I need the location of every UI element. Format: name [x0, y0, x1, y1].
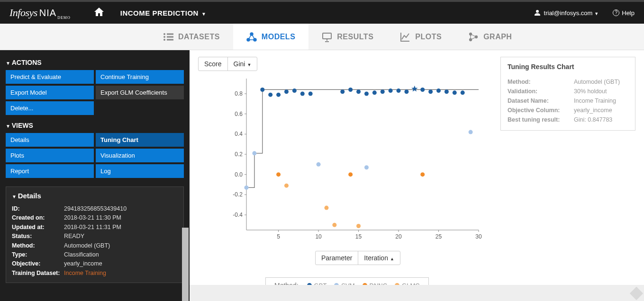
svg-point-70 [461, 90, 465, 95]
info-value: Gini: 0.847783 [574, 115, 612, 124]
view-plots-button[interactable]: Plots [6, 149, 94, 162]
svg-point-67 [436, 89, 441, 93]
iteration-dropdown[interactable]: Iteration▲ [358, 251, 400, 265]
tab-label: DATASETS [178, 33, 220, 41]
network-icon [246, 32, 257, 42]
details-row: Status:READY [12, 232, 178, 241]
svg-rect-12 [323, 33, 331, 39]
svg-text:20: 20 [395, 233, 402, 240]
view-log-button[interactable]: Log [96, 164, 184, 178]
svg-point-0 [163, 33, 165, 35]
caret-down-icon: ▼ [201, 11, 206, 17]
sidebar-scrollbar[interactable] [182, 228, 189, 301]
actions-grid: Predict & Evaluate Continue Training Exp… [6, 70, 184, 115]
actions-header[interactable]: ACTIONS [6, 59, 184, 66]
views-header[interactable]: VIEWS [6, 122, 184, 129]
svg-point-73 [317, 162, 321, 167]
home-icon[interactable] [94, 8, 104, 18]
svg-point-10 [247, 38, 250, 41]
svg-point-80 [324, 206, 328, 210]
svg-rect-1 [167, 33, 173, 35]
export-model-button[interactable]: Export Model [6, 86, 94, 99]
tab-graph[interactable]: GRAPH [455, 24, 525, 50]
svg-point-74 [364, 165, 369, 169]
info-row: Validation:30% holdout [508, 87, 628, 96]
svg-text:0.8: 0.8 [235, 90, 243, 97]
svg-point-62 [389, 89, 393, 93]
details-key: Created on: [12, 213, 64, 222]
view-report-button[interactable]: Report [6, 164, 94, 178]
help-icon: ? [613, 9, 619, 16]
info-value: Income Training [574, 96, 616, 106]
svg-text:30: 30 [475, 233, 482, 240]
svg-point-66 [428, 89, 433, 94]
brand-demo: DEMO [57, 16, 71, 20]
svg-text:-0.4: -0.4 [233, 212, 243, 218]
svg-text:5: 5 [277, 233, 280, 240]
view-visualization-button[interactable]: Visualization [96, 149, 184, 162]
details-key: Objective: [12, 259, 64, 268]
info-row: Dataset Name:Income Training [508, 96, 628, 106]
svg-point-51 [276, 93, 281, 97]
info-key: Method: [508, 77, 574, 87]
details-row: Updated at:2018-03-21 11:31 PM [12, 223, 178, 232]
project-name: INCOME PREDICTION [120, 9, 199, 17]
details-header[interactable]: Details [12, 192, 178, 200]
details-row: Type:Classification [12, 250, 178, 259]
svg-point-69 [453, 90, 457, 95]
predict-evaluate-button[interactable]: Predict & Evaluate [6, 70, 94, 84]
gini-dropdown[interactable]: Gini▼ [227, 57, 257, 71]
svg-point-68 [444, 89, 449, 94]
chart-line-icon [400, 32, 410, 42]
svg-point-75 [469, 130, 473, 134]
gini-label: Gini [234, 60, 245, 68]
svg-point-71 [245, 186, 249, 190]
delete-button[interactable]: Delete... [6, 101, 94, 115]
tab-label: RESULTS [337, 33, 373, 41]
view-details-button[interactable]: Details [6, 133, 94, 147]
svg-point-50 [268, 93, 272, 97]
svg-point-82 [356, 224, 361, 228]
tuning-chart: -0.4-0.20.00.20.40.60.851015202530 [227, 74, 483, 244]
svg-point-65 [420, 88, 425, 92]
details-value: 2018-03-21 11:31 PM [64, 223, 121, 232]
svg-rect-3 [167, 36, 173, 37]
help-link[interactable]: ? Help [613, 9, 635, 17]
views-grid: Details Tuning Chart Plots Visualization… [6, 133, 184, 178]
continue-training-button[interactable]: Continue Training [96, 70, 184, 84]
svg-point-59 [364, 92, 369, 96]
tab-models[interactable]: MODELS [233, 24, 308, 50]
svg-point-60 [372, 90, 377, 95]
score-selector: Score Gini▼ [198, 57, 257, 71]
tab-plots[interactable]: PLOTS [387, 24, 455, 50]
info-row: Objective Column:yearly_income [508, 106, 628, 115]
svg-point-77 [348, 172, 353, 177]
brand-text: Infosys [9, 7, 37, 18]
svg-point-2 [163, 36, 165, 38]
svg-point-72 [252, 151, 256, 155]
tab-datasets[interactable]: DATASETS [150, 24, 233, 50]
info-value: 30% holdout [574, 87, 607, 96]
user-email: trial@infosys.com [544, 9, 593, 17]
export-glm-button[interactable]: Export GLM Coefficients [96, 86, 184, 99]
details-key: Status: [12, 232, 64, 241]
project-selector[interactable]: INCOME PREDICTION▼ [120, 9, 207, 17]
svg-point-54 [300, 92, 305, 96]
topbar: InfosysNIADEMO INCOME PREDICTION▼ trial@… [0, 0, 644, 24]
details-value[interactable]: Income Training [64, 269, 106, 278]
info-value: yearly_income [574, 106, 612, 115]
tab-results[interactable]: RESULTS [308, 24, 387, 50]
svg-point-4 [163, 39, 165, 41]
parameter-label: Parameter [316, 251, 358, 265]
caret-down-icon: ▼ [247, 62, 251, 67]
main-tabs: DATASETS MODELS RESULTS PLOTS GRAPH [0, 24, 644, 50]
details-key: Method: [12, 241, 64, 250]
view-tuning-chart-button[interactable]: Tuning Chart [96, 133, 184, 147]
svg-point-63 [397, 89, 401, 93]
score-label: Score [199, 57, 227, 71]
info-panel: Tuning Results Chart Method:Automodel (G… [500, 57, 635, 131]
iteration-label: Iteration [364, 254, 388, 262]
info-title: Tuning Results Chart [508, 63, 628, 71]
user-menu[interactable]: trial@infosys.com▼ [535, 9, 599, 17]
scrollbar-thumb[interactable] [182, 228, 189, 301]
